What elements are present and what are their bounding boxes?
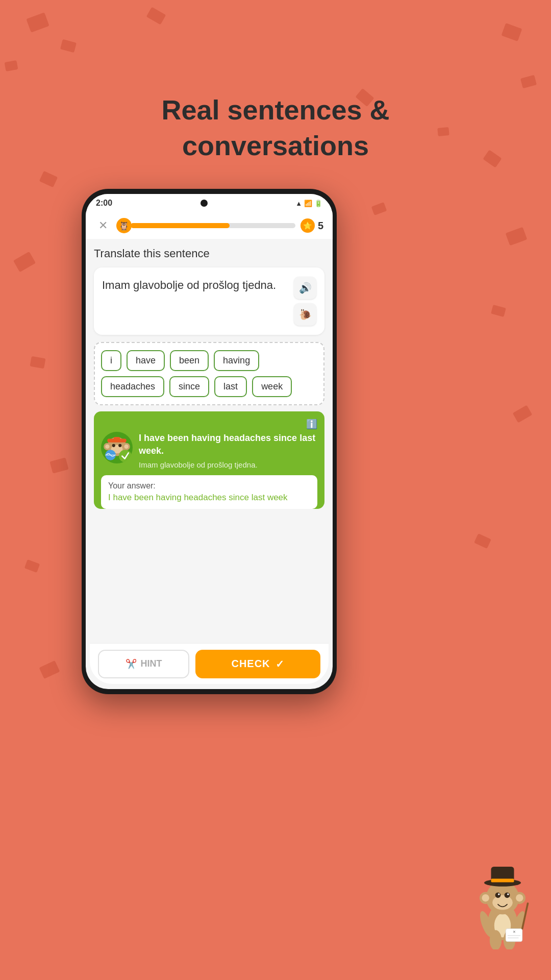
instruction-text: Translate this sentence [94, 247, 324, 260]
content-area: Translate this sentence Imam glavobolje … [86, 239, 333, 646]
svg-point-17 [482, 894, 489, 901]
header-title-line2: conversations [182, 130, 369, 161]
svg-point-10 [119, 450, 132, 462]
svg-point-21 [495, 892, 501, 898]
audio-buttons: 🔊 🐌 [294, 277, 316, 326]
svg-point-4 [124, 445, 128, 449]
svg-point-22 [505, 892, 510, 898]
svg-point-23 [498, 893, 500, 895]
camera-notch [201, 200, 208, 207]
word-chip-having[interactable]: having [214, 350, 259, 371]
result-answer-text: I have been having headaches since last … [139, 432, 317, 457]
word-chip-week[interactable]: week [252, 376, 292, 397]
check-label: CHECK [231, 658, 270, 670]
svg-point-6 [112, 444, 115, 447]
your-answer-label: Your answer: [108, 481, 310, 491]
close-button[interactable]: ✕ [95, 217, 111, 234]
svg-point-31 [490, 930, 502, 949]
wifi-icon: ▲ [295, 200, 302, 207]
audio-slow-button[interactable]: 🐌 [294, 303, 316, 326]
signal-icon: 📶 [304, 200, 312, 207]
page-header: Real sentences & conversations [0, 92, 551, 163]
word-chip-last[interactable]: last [214, 376, 247, 397]
svg-point-20 [492, 895, 513, 910]
svg-point-2 [105, 445, 109, 449]
header-title-line1: Real sentences & [161, 94, 389, 125]
info-icon[interactable]: ℹ️ [306, 419, 317, 430]
your-answer-box: Your answer: I have been having headache… [101, 475, 317, 509]
bottom-bar: ✂️ HINT CHECK ✓ [90, 643, 329, 684]
result-text-block: I have been having headaches since last … [139, 432, 317, 470]
word-chip-headaches[interactable]: headaches [101, 376, 164, 397]
coin-icon: ⭐ [300, 218, 315, 233]
svg-text:✕: ✕ [513, 929, 516, 934]
hint-button[interactable]: ✂️ HINT [98, 650, 189, 678]
phone-frame: 2:00 ▲ 📶 🔋 ✕ 🦉 ⭐ 5 [82, 189, 337, 694]
coin-count: 5 [318, 220, 323, 232]
status-icons: ▲ 📶 🔋 [295, 200, 322, 207]
result-avatar [101, 432, 133, 463]
progress-owl-icon: 🦉 [116, 218, 132, 233]
word-bank: i have been having headaches since last … [94, 342, 324, 405]
progress-bar-fill [131, 223, 230, 228]
battery-icon: 🔋 [314, 200, 322, 207]
svg-rect-9 [114, 437, 120, 439]
result-header: I have been having headaches since last … [101, 432, 317, 470]
monkey-mascot: ✕ [469, 857, 536, 949]
top-bar: ✕ 🦉 ⭐ 5 [86, 212, 333, 239]
word-chip-have[interactable]: have [127, 350, 165, 371]
svg-rect-27 [491, 878, 514, 882]
check-icon: ✓ [276, 658, 285, 670]
audio-normal-button[interactable]: 🔊 [294, 277, 316, 299]
word-chip-since[interactable]: since [169, 376, 209, 397]
status-time: 2:00 [96, 199, 112, 208]
hint-label: HINT [141, 658, 162, 669]
progress-container: 🦉 [116, 218, 295, 233]
result-translation-text: Imam glavobolje od prošlog tjedna. [139, 459, 317, 470]
svg-point-24 [507, 893, 509, 895]
svg-point-19 [516, 894, 523, 901]
check-button[interactable]: CHECK ✓ [195, 650, 320, 678]
status-bar: 2:00 ▲ 📶 🔋 [86, 194, 333, 212]
svg-point-7 [118, 444, 121, 447]
hint-icon: ✂️ [126, 658, 137, 670]
source-sentence: Imam glavobolje od prošlog tjedna. [102, 277, 289, 293]
progress-bar-background [131, 223, 295, 228]
phone-screen: 2:00 ▲ 📶 🔋 ✕ 🦉 ⭐ 5 [86, 194, 333, 689]
sentence-card: Imam glavobolje od prošlog tjedna. 🔊 🐌 [94, 267, 324, 335]
coin-container: ⭐ 5 [300, 218, 323, 233]
your-answer-text: I have been having headaches since last … [108, 493, 310, 503]
word-chip-been[interactable]: been [170, 350, 209, 371]
word-chip-i[interactable]: i [101, 350, 121, 371]
result-panel: ℹ️ [94, 411, 324, 509]
